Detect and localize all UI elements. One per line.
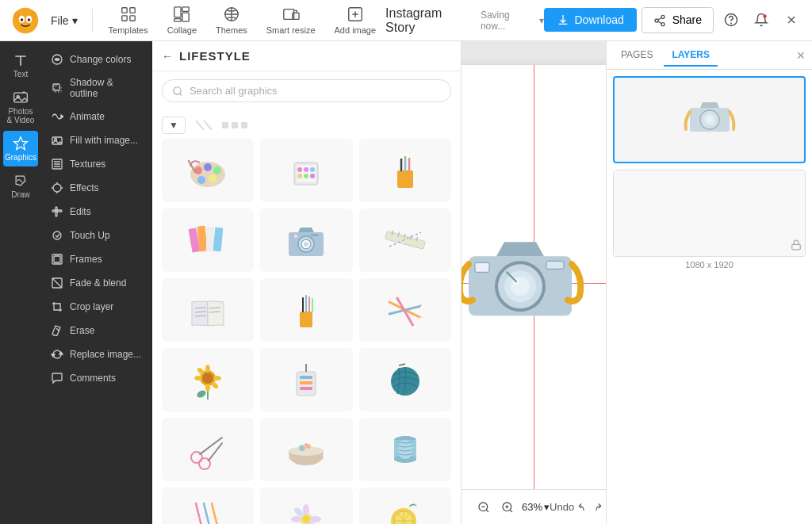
props-effects[interactable]: Effects [41, 176, 151, 200]
zoom-out-button[interactable] [474, 498, 493, 517]
svg-point-60 [310, 167, 315, 172]
canvas-camera-graphic[interactable] [462, 224, 588, 331]
svg-point-140 [310, 516, 321, 522]
text-tool-label: Text [13, 70, 28, 78]
canvas-container [462, 65, 606, 501]
undo-redo-controls: Undo Redo [550, 501, 606, 513]
download-button[interactable]: Download [544, 8, 636, 32]
svg-point-78 [304, 242, 308, 247]
graphic-item-yarn-ball[interactable] [359, 348, 451, 411]
zoom-in-button[interactable] [498, 498, 517, 517]
right-panel-close[interactable]: ✕ [796, 49, 806, 62]
svg-marker-103 [412, 326, 416, 329]
props-animate[interactable]: Animate [41, 105, 151, 128]
props-erase[interactable]: Erase [41, 319, 151, 342]
right-tabs: PAGES LAYERS ✕ [607, 41, 812, 70]
sidebar-tool-text[interactable]: Text [3, 48, 38, 83]
props-replace-image[interactable]: Replace image... [41, 342, 151, 366]
svg-point-59 [304, 167, 308, 172]
props-fade-blend[interactable]: Fade & blend [41, 271, 151, 295]
add-image-label: Add image [335, 25, 377, 35]
toolbar-themes[interactable]: Themes [206, 2, 257, 38]
svg-rect-115 [300, 376, 312, 379]
page-thumb-1[interactable] [613, 76, 806, 163]
toolbar-templates[interactable]: Templates [99, 2, 158, 38]
themes-label: Themes [216, 25, 247, 35]
sidebar-tool-graphics[interactable]: Graphics [3, 131, 38, 166]
graphic-item-pens-cup[interactable] [260, 278, 352, 342]
svg-point-4 [28, 18, 31, 21]
svg-line-133 [196, 503, 204, 524]
svg-point-126 [299, 445, 305, 451]
share-button[interactable]: Share [642, 7, 714, 33]
saving-status: Saving now... ▾ [481, 10, 545, 32]
app-logo[interactable] [8, 3, 43, 38]
props-comments[interactable]: Comments [41, 366, 151, 390]
graphic-item-art-supplies-2[interactable] [260, 348, 352, 411]
props-touch-up[interactable]: Touch Up [41, 224, 151, 247]
lock-icon [791, 239, 802, 253]
svg-rect-64 [397, 170, 413, 188]
props-change-colors[interactable]: Change colors [41, 48, 151, 71]
toolbar-add-image[interactable]: Add image [325, 2, 386, 38]
tab-layers[interactable]: LAYERS [664, 44, 718, 67]
svg-point-51 [204, 163, 212, 171]
back-button[interactable]: ← [162, 50, 173, 63]
graphic-item-color-swatches[interactable] [162, 208, 254, 272]
search-bar [162, 79, 451, 102]
graphic-item-scissors-craft[interactable] [162, 418, 254, 481]
svg-point-125 [289, 446, 324, 456]
graphic-item-open-book[interactable] [162, 278, 254, 342]
redo-button[interactable]: Redo [592, 501, 606, 513]
graphic-item-camera-flat[interactable] [260, 208, 352, 272]
undo-button[interactable]: Undo [550, 501, 588, 513]
props-shadow-outline[interactable]: Shadow & outline [41, 71, 151, 105]
svg-point-43 [174, 86, 181, 94]
svg-rect-7 [121, 8, 126, 13]
graphic-item-art-palette[interactable] [162, 139, 254, 202]
props-crop-layer[interactable]: Crop layer [41, 295, 151, 319]
svg-point-54 [197, 176, 205, 184]
doc-title[interactable]: Instagram Story [385, 6, 474, 35]
sidebar-tool-photos[interactable]: Photos & Video [3, 85, 38, 129]
graphic-item-citrus[interactable] [359, 488, 451, 524]
graphic-item-pencils-scattered[interactable] [359, 278, 451, 342]
close-button[interactable] [779, 7, 804, 33]
graphic-item-flower-decor[interactable] [260, 488, 352, 524]
svg-point-107 [196, 389, 207, 400]
search-icon [172, 86, 183, 97]
graphic-item-bowl-food[interactable] [260, 418, 352, 481]
help-button[interactable] [718, 7, 744, 33]
share-label: Share [672, 13, 702, 26]
svg-point-53 [209, 174, 216, 182]
props-fill-image[interactable]: Fill with image... [41, 128, 151, 152]
props-textures[interactable]: Textures [41, 152, 151, 176]
props-frames[interactable]: Frames [41, 247, 151, 271]
canvas-document[interactable] [462, 65, 606, 501]
search-input[interactable] [190, 85, 441, 97]
svg-point-111 [213, 376, 221, 381]
zoom-value[interactable]: 63% ▾ [522, 501, 550, 513]
graphic-item-ruler-tools[interactable] [359, 208, 451, 272]
graphic-item-drawing-tools[interactable] [260, 139, 352, 202]
toolbar-separator-1 [92, 9, 93, 33]
svg-rect-28 [53, 84, 59, 90]
decorative-icon-1 [192, 117, 216, 133]
graphic-item-thread-spool[interactable] [359, 418, 451, 481]
zoom-chevron-icon: ▾ [544, 501, 550, 513]
sort-button[interactable]: ▼ [162, 117, 186, 134]
graphic-item-sewing[interactable] [162, 488, 254, 524]
page-thumb-2[interactable] [613, 170, 806, 257]
svg-rect-31 [52, 137, 62, 144]
graphic-item-sunflower[interactable] [162, 348, 254, 411]
toolbar-smart-resize[interactable]: Smart resize [257, 2, 325, 38]
tab-pages[interactable]: PAGES [613, 44, 661, 67]
sidebar-tool-draw[interactable]: Draw [3, 168, 38, 204]
svg-point-50 [194, 166, 202, 174]
notifications-button[interactable] [749, 7, 774, 33]
svg-point-110 [194, 376, 202, 381]
toolbar-collage[interactable]: Collage [158, 2, 206, 38]
graphic-item-pencils-cup[interactable] [359, 139, 451, 202]
file-menu[interactable]: File ▾ [43, 10, 86, 32]
props-edits[interactable]: Edits [41, 200, 151, 224]
